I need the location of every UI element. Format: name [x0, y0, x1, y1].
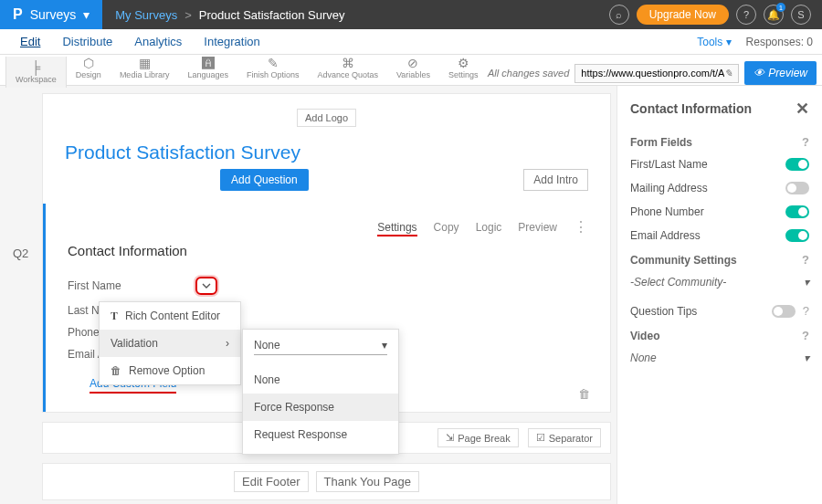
page-break-button[interactable]: ⇲Page Break [437, 428, 518, 447]
chevron-right-icon: › [226, 337, 229, 350]
tabs-right: Tools ▾ Responses: 0 [697, 36, 813, 48]
finish-icon: ✎ [268, 57, 279, 69]
help-icon[interactable]: ? [803, 304, 809, 318]
toggle-email[interactable] [785, 229, 809, 242]
eye-icon: 👁 [754, 67, 764, 79]
variables-icon: ⊘ [407, 57, 418, 69]
saved-status: All changes saved [488, 68, 569, 79]
surveys-dropdown[interactable]: P Surveys ▾ [0, 0, 102, 29]
video-select[interactable]: None▾ [630, 352, 809, 367]
edit-footer-button[interactable]: Edit Footer [234, 471, 309, 492]
community-select[interactable]: -Select Community-▾ [630, 276, 809, 291]
field-toggle-phone: Phone Number [630, 205, 809, 218]
breadcrumb-my-surveys[interactable]: My Surveys [115, 8, 177, 22]
tb-settings[interactable]: ⚙Settings [439, 57, 488, 79]
search-icon[interactable]: ⌕ [609, 5, 629, 25]
more-icon[interactable]: ⋮ [574, 218, 588, 236]
qtab-preview[interactable]: Preview [518, 221, 557, 234]
logo-icon: P [13, 6, 23, 23]
val-none[interactable]: None [243, 366, 398, 394]
add-question-button[interactable]: Add Question [220, 169, 309, 191]
help-icon[interactable]: ? [802, 253, 809, 267]
avatar[interactable]: S [791, 5, 811, 25]
design-icon: ⬡ [83, 57, 94, 69]
languages-icon: 🅰 [202, 57, 215, 69]
question-tabs: Settings Copy Logic Preview ⋮ [68, 218, 588, 236]
separator-icon: ☑ [536, 432, 545, 444]
tools-dropdown[interactable]: Tools ▾ [697, 36, 731, 48]
qtab-settings[interactable]: Settings [377, 221, 416, 234]
trash-icon[interactable]: 🗑 [578, 387, 590, 401]
survey-title[interactable]: Product Satisfaction Survey [43, 127, 610, 169]
field-toggle-firstlast: First/Last Name [630, 158, 809, 171]
field-options-dropdown[interactable] [195, 277, 217, 295]
val-request[interactable]: Request Response [243, 421, 398, 448]
chevron-down-icon: ▾ [382, 339, 387, 352]
separator-button[interactable]: ☑Separator [528, 428, 601, 447]
section-form-fields: Form Fields? [630, 135, 809, 149]
close-icon[interactable]: ✕ [796, 99, 809, 119]
help-icon[interactable]: ? [802, 135, 809, 149]
upgrade-button[interactable]: Upgrade Now [637, 5, 729, 25]
ctx-rich-editor[interactable]: 𝐓Rich Content Editor [100, 302, 240, 330]
val-force[interactable]: Force Response [243, 394, 398, 421]
section-video: Video? [630, 329, 809, 342]
validation-select[interactable]: None▾ [243, 330, 398, 361]
settings-panel: Contact Information ✕ Form Fields? First… [616, 86, 822, 504]
ctx-remove-option[interactable]: 🗑Remove Option [100, 357, 240, 384]
panel-header: Contact Information ✕ [630, 99, 809, 119]
survey-url-input[interactable] [581, 68, 724, 79]
question-tips-row: Question Tips? [630, 304, 809, 318]
validation-options: None Force Response Request Response [243, 361, 398, 454]
qtab-copy[interactable]: Copy [434, 221, 459, 234]
field-toggle-email: Email Address [630, 229, 809, 242]
breadcrumb-sep: > [184, 8, 192, 22]
tab-distribute[interactable]: Distribute [51, 29, 123, 55]
ctx-validation[interactable]: Validation› [100, 330, 240, 357]
tb-variables[interactable]: ⊘Variables [387, 57, 439, 79]
add-logo-button[interactable]: Add Logo [297, 109, 356, 127]
notifications-icon[interactable]: 🔔1 [764, 5, 784, 25]
chevron-down-icon: ▾ [804, 352, 809, 364]
chevron-down-icon: ▾ [804, 276, 809, 289]
footer-actions: Edit Footer Thank You Page [42, 463, 611, 500]
qtab-logic[interactable]: Logic [476, 221, 502, 234]
toggle-phone[interactable] [785, 205, 809, 218]
tab-analytics[interactable]: Analytics [123, 29, 193, 55]
text-icon: 𝐓 [111, 310, 118, 322]
breadcrumb-current: Product Satisfaction Survey [199, 8, 345, 22]
notif-badge: 1 [776, 3, 785, 12]
preview-button[interactable]: 👁Preview [744, 61, 817, 85]
tb-workspace[interactable]: ╞Workspace [5, 57, 67, 88]
pencil-icon[interactable]: ✎ [724, 68, 732, 79]
toggle-firstlast[interactable] [785, 158, 809, 171]
help-icon[interactable]: ? [736, 5, 756, 25]
validation-submenu: None▾ None Force Response Request Respon… [242, 329, 399, 455]
quotas-icon: ⌘ [342, 57, 354, 69]
media-icon: ▦ [139, 57, 151, 69]
toggle-mailing[interactable] [785, 182, 809, 194]
top-bar: P Surveys ▾ My Surveys > Product Satisfa… [0, 0, 822, 29]
tab-integration[interactable]: Integration [193, 29, 270, 55]
field-context-menu: 𝐓Rich Content Editor Validation› 🗑Remove… [99, 301, 241, 385]
tb-media[interactable]: ▦Media Library [111, 57, 179, 79]
breadcrumb: My Surveys > Product Satisfaction Survey [115, 8, 344, 22]
survey-url-box[interactable]: ✎ [574, 64, 739, 83]
question-title[interactable]: Contact Information [68, 243, 588, 258]
tb-design[interactable]: ⬡Design [67, 57, 111, 79]
responses-count: Responses: 0 [746, 36, 813, 48]
toggle-tips[interactable] [772, 305, 796, 318]
tb-finish[interactable]: ✎Finish Options [237, 57, 309, 79]
field-toggle-mailing: Mailing Address [630, 182, 809, 194]
tab-edit[interactable]: Edit [9, 29, 51, 55]
tb-quotas[interactable]: ⌘Advance Quotas [308, 57, 387, 79]
add-intro-button[interactable]: Add Intro [523, 169, 588, 191]
thank-you-button[interactable]: Thank You Page [316, 471, 419, 492]
surveys-label: Surveys [30, 7, 77, 22]
topbar-right: ⌕ Upgrade Now ? 🔔1 S [609, 5, 822, 25]
tb-languages[interactable]: 🅰Languages [178, 57, 237, 79]
toolbar: ╞Workspace ⬡Design ▦Media Library 🅰Langu… [0, 55, 822, 86]
gear-icon: ⚙ [458, 57, 469, 69]
help-icon[interactable]: ? [802, 329, 809, 342]
main-tabs: Edit Distribute Analytics Integration To… [0, 29, 822, 55]
